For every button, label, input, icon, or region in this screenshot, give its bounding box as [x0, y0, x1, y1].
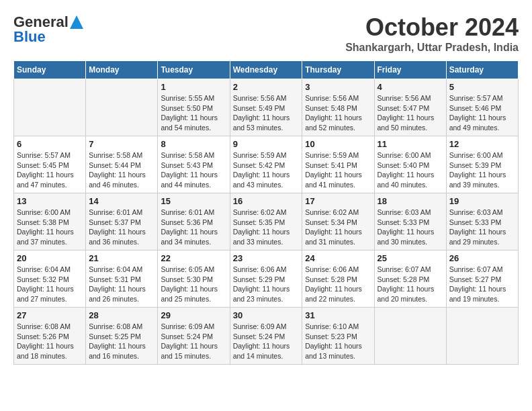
- week-row-3: 20Sunrise: 6:04 AM Sunset: 5:32 PM Dayli…: [14, 250, 519, 308]
- calendar-table: SundayMondayTuesdayWednesdayThursdayFrid…: [13, 60, 519, 365]
- day-number: 1: [161, 82, 226, 92]
- day-number: 18: [378, 196, 443, 206]
- day-content: Sunrise: 6:06 AM Sunset: 5:28 PM Dayligh…: [305, 265, 371, 304]
- day-content: Sunrise: 5:56 AM Sunset: 5:48 PM Dayligh…: [305, 93, 371, 133]
- day-number: 2: [233, 82, 300, 92]
- calendar-cell: 20Sunrise: 6:04 AM Sunset: 5:32 PM Dayli…: [14, 250, 86, 308]
- day-content: Sunrise: 5:56 AM Sunset: 5:47 PM Dayligh…: [378, 93, 443, 133]
- day-content: Sunrise: 6:05 AM Sunset: 5:30 PM Dayligh…: [161, 265, 226, 304]
- svg-marker-0: [70, 15, 83, 29]
- title-area: October 2024 Shankargarh, Uttar Pradesh,…: [345, 13, 519, 54]
- logo: General Blue: [13, 13, 83, 46]
- day-number: 20: [17, 253, 83, 263]
- week-row-0: 1Sunrise: 5:55 AM Sunset: 5:50 PM Daylig…: [14, 79, 519, 136]
- calendar-cell: 25Sunrise: 6:07 AM Sunset: 5:28 PM Dayli…: [374, 250, 446, 308]
- calendar-cell: [86, 79, 158, 136]
- week-row-1: 6Sunrise: 5:57 AM Sunset: 5:45 PM Daylig…: [14, 136, 519, 193]
- calendar-cell: 24Sunrise: 6:06 AM Sunset: 5:28 PM Dayli…: [302, 250, 374, 308]
- logo-icon: [70, 15, 83, 29]
- day-number: 31: [305, 310, 371, 320]
- calendar-cell: 22Sunrise: 6:05 AM Sunset: 5:30 PM Dayli…: [158, 250, 230, 308]
- day-number: 24: [305, 253, 371, 263]
- day-number: 3: [305, 82, 371, 92]
- day-content: Sunrise: 6:01 AM Sunset: 5:37 PM Dayligh…: [89, 208, 154, 247]
- day-number: 8: [161, 139, 226, 149]
- calendar-cell: 5Sunrise: 5:57 AM Sunset: 5:46 PM Daylig…: [446, 79, 518, 136]
- day-number: 25: [378, 253, 443, 263]
- col-friday: Friday: [374, 61, 446, 79]
- calendar-cell: 18Sunrise: 6:03 AM Sunset: 5:33 PM Dayli…: [374, 193, 446, 250]
- day-number: 9: [233, 139, 300, 149]
- day-content: Sunrise: 6:08 AM Sunset: 5:26 PM Dayligh…: [17, 322, 83, 361]
- calendar-cell: 31Sunrise: 6:10 AM Sunset: 5:23 PM Dayli…: [302, 308, 374, 365]
- day-number: 19: [449, 196, 515, 206]
- month-title: October 2024: [345, 13, 519, 42]
- day-number: 11: [378, 139, 443, 149]
- calendar-cell: 15Sunrise: 6:01 AM Sunset: 5:36 PM Dayli…: [158, 193, 230, 250]
- day-number: 14: [89, 196, 154, 206]
- day-content: Sunrise: 6:00 AM Sunset: 5:38 PM Dayligh…: [17, 208, 83, 247]
- calendar-cell: 1Sunrise: 5:55 AM Sunset: 5:50 PM Daylig…: [158, 79, 230, 136]
- header-row: SundayMondayTuesdayWednesdayThursdayFrid…: [14, 61, 519, 79]
- day-content: Sunrise: 5:58 AM Sunset: 5:44 PM Dayligh…: [89, 150, 154, 190]
- calendar-cell: 27Sunrise: 6:08 AM Sunset: 5:26 PM Dayli…: [14, 308, 86, 365]
- day-number: 28: [89, 310, 154, 320]
- calendar-cell: 3Sunrise: 5:56 AM Sunset: 5:48 PM Daylig…: [302, 79, 374, 136]
- calendar-cell: [374, 308, 446, 365]
- calendar-cell: 14Sunrise: 6:01 AM Sunset: 5:37 PM Dayli…: [86, 193, 158, 250]
- day-number: 5: [449, 82, 515, 92]
- col-monday: Monday: [86, 61, 158, 79]
- calendar-cell: 21Sunrise: 6:04 AM Sunset: 5:31 PM Dayli…: [86, 250, 158, 308]
- day-number: 15: [161, 196, 226, 206]
- day-content: Sunrise: 6:01 AM Sunset: 5:36 PM Dayligh…: [161, 208, 226, 247]
- day-content: Sunrise: 6:03 AM Sunset: 5:33 PM Dayligh…: [378, 208, 443, 247]
- day-content: Sunrise: 6:04 AM Sunset: 5:31 PM Dayligh…: [89, 265, 154, 304]
- day-number: 12: [449, 139, 515, 149]
- day-content: Sunrise: 6:09 AM Sunset: 5:24 PM Dayligh…: [233, 322, 300, 361]
- calendar-cell: 29Sunrise: 6:09 AM Sunset: 5:24 PM Dayli…: [158, 308, 230, 365]
- day-content: Sunrise: 6:03 AM Sunset: 5:33 PM Dayligh…: [449, 208, 515, 247]
- calendar-cell: 7Sunrise: 5:58 AM Sunset: 5:44 PM Daylig…: [86, 136, 158, 193]
- calendar-cell: [14, 79, 86, 136]
- day-number: 10: [305, 139, 371, 149]
- day-content: Sunrise: 6:09 AM Sunset: 5:24 PM Dayligh…: [161, 322, 226, 361]
- day-content: Sunrise: 5:58 AM Sunset: 5:43 PM Dayligh…: [161, 150, 226, 190]
- day-content: Sunrise: 5:55 AM Sunset: 5:50 PM Dayligh…: [161, 93, 226, 133]
- calendar-cell: 28Sunrise: 6:08 AM Sunset: 5:25 PM Dayli…: [86, 308, 158, 365]
- day-content: Sunrise: 6:02 AM Sunset: 5:34 PM Dayligh…: [305, 208, 371, 247]
- day-content: Sunrise: 6:00 AM Sunset: 5:40 PM Dayligh…: [378, 150, 443, 190]
- day-number: 6: [17, 139, 83, 149]
- day-number: 16: [233, 196, 300, 206]
- day-number: 27: [17, 310, 83, 320]
- day-number: 29: [161, 310, 226, 320]
- day-content: Sunrise: 6:10 AM Sunset: 5:23 PM Dayligh…: [305, 322, 371, 361]
- calendar-cell: 13Sunrise: 6:00 AM Sunset: 5:38 PM Dayli…: [14, 193, 86, 250]
- calendar-cell: 4Sunrise: 5:56 AM Sunset: 5:47 PM Daylig…: [374, 79, 446, 136]
- calendar-cell: 6Sunrise: 5:57 AM Sunset: 5:45 PM Daylig…: [14, 136, 86, 193]
- day-content: Sunrise: 6:06 AM Sunset: 5:29 PM Dayligh…: [233, 265, 300, 304]
- day-content: Sunrise: 5:56 AM Sunset: 5:49 PM Dayligh…: [233, 93, 300, 133]
- day-content: Sunrise: 5:59 AM Sunset: 5:41 PM Dayligh…: [305, 150, 371, 190]
- col-wednesday: Wednesday: [230, 61, 302, 79]
- day-content: Sunrise: 5:57 AM Sunset: 5:46 PM Dayligh…: [449, 93, 515, 133]
- day-content: Sunrise: 6:08 AM Sunset: 5:25 PM Dayligh…: [89, 322, 154, 361]
- day-content: Sunrise: 6:00 AM Sunset: 5:39 PM Dayligh…: [449, 150, 515, 190]
- day-number: 22: [161, 253, 226, 263]
- calendar-cell: [446, 308, 518, 365]
- col-tuesday: Tuesday: [158, 61, 230, 79]
- calendar-cell: 23Sunrise: 6:06 AM Sunset: 5:29 PM Dayli…: [230, 250, 302, 308]
- day-content: Sunrise: 6:07 AM Sunset: 5:28 PM Dayligh…: [378, 265, 443, 304]
- calendar-cell: 30Sunrise: 6:09 AM Sunset: 5:24 PM Dayli…: [230, 308, 302, 365]
- day-number: 7: [89, 139, 154, 149]
- day-content: Sunrise: 6:02 AM Sunset: 5:35 PM Dayligh…: [233, 208, 300, 247]
- day-number: 4: [378, 82, 443, 92]
- day-number: 23: [233, 253, 300, 263]
- calendar-cell: 16Sunrise: 6:02 AM Sunset: 5:35 PM Dayli…: [230, 193, 302, 250]
- day-number: 26: [449, 253, 515, 263]
- day-number: 21: [89, 253, 154, 263]
- calendar-cell: 26Sunrise: 6:07 AM Sunset: 5:27 PM Dayli…: [446, 250, 518, 308]
- location-subtitle: Shankargarh, Uttar Pradesh, India: [345, 42, 519, 54]
- calendar-cell: 17Sunrise: 6:02 AM Sunset: 5:34 PM Dayli…: [302, 193, 374, 250]
- logo-blue: Blue: [13, 28, 46, 46]
- calendar-cell: 19Sunrise: 6:03 AM Sunset: 5:33 PM Dayli…: [446, 193, 518, 250]
